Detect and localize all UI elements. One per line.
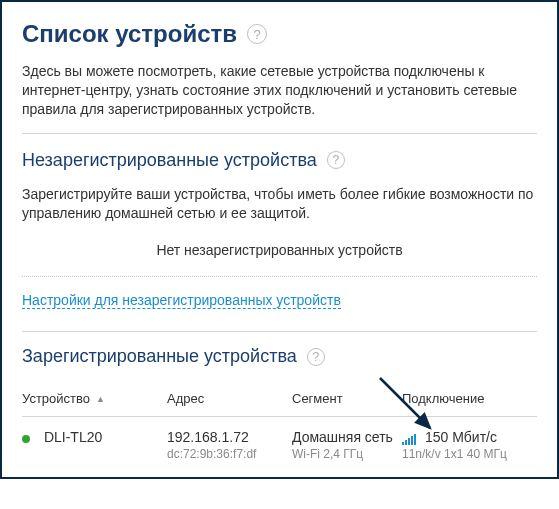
col-address-label: Адрес	[167, 391, 204, 406]
page-title: Список устройств	[22, 20, 237, 48]
col-connection-label: Подключение	[402, 391, 484, 406]
table-row[interactable]: DLI-TL20 192.168.1.72 dc:72:9b:36:f7:df …	[22, 417, 537, 465]
col-address[interactable]: Адрес	[167, 391, 292, 406]
col-connection[interactable]: Подключение	[402, 391, 537, 406]
divider	[22, 276, 537, 277]
signal-icon	[402, 433, 417, 445]
help-icon[interactable]: ?	[247, 24, 267, 44]
unregistered-intro: Зарегистрируйте ваши устройства, чтобы и…	[22, 185, 537, 223]
device-band: Wi-Fi 2,4 ГГц	[292, 447, 402, 461]
device-speed: 150 Мбит/с	[425, 429, 497, 445]
help-icon[interactable]: ?	[307, 348, 325, 366]
col-device[interactable]: Устройство ▲	[22, 391, 167, 406]
divider	[22, 133, 537, 134]
divider	[22, 331, 537, 332]
help-icon[interactable]: ?	[327, 151, 345, 169]
device-mac: dc:72:9b:36:f7:df	[167, 447, 292, 461]
col-segment-label: Сегмент	[292, 391, 343, 406]
col-device-label: Устройство	[22, 391, 90, 406]
registered-title: Зарегистрированные устройства	[22, 346, 297, 367]
table-header: Устройство ▲ Адрес Сегмент Подключение	[22, 381, 537, 417]
col-segment[interactable]: Сегмент	[292, 391, 402, 406]
unregistered-empty: Нет незарегистрированных устройств	[22, 242, 537, 258]
unregistered-title: Незарегистрированные устройства	[22, 150, 317, 171]
device-name: DLI-TL20	[44, 429, 102, 445]
status-online-icon	[22, 435, 30, 443]
sort-asc-icon: ▲	[96, 394, 105, 404]
device-ip: 192.168.1.72	[167, 429, 292, 445]
device-mode: 11n/k/v 1x1 40 МГц	[402, 447, 537, 461]
devices-table: Устройство ▲ Адрес Сегмент Подключение D…	[22, 381, 537, 465]
page-intro: Здесь вы можете посмотреть, какие сетевы…	[22, 62, 537, 119]
device-segment: Домашняя сеть	[292, 429, 402, 445]
unregistered-settings-link[interactable]: Настройки для незарегистрированных устро…	[22, 292, 341, 309]
